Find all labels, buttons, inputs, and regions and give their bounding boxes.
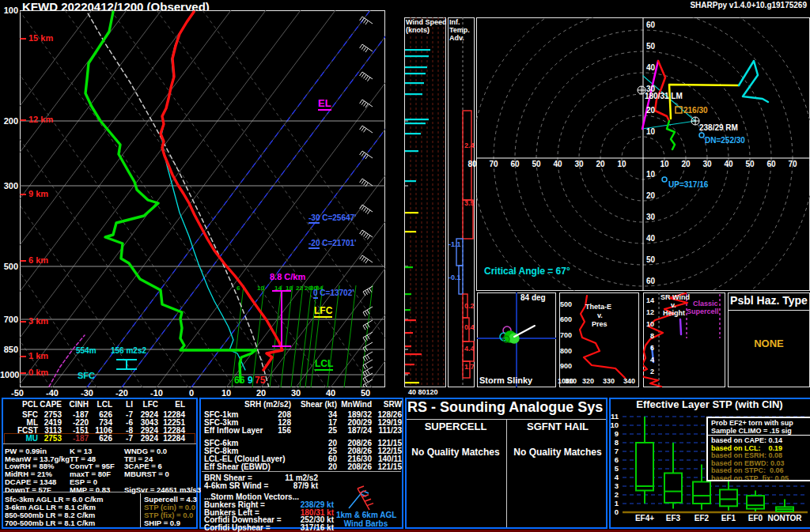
temp-axis-label: -40 [40,389,64,398]
sharppy-window: { "header": { "title_left": "KFWD 202204… [0,0,810,532]
inflow-depth-label: 554m [76,347,97,356]
hodo-tick: 30 [571,160,587,169]
hodo-tick: 20 [646,192,655,201]
hodo-tick: 60 [763,160,779,169]
hodo-tick: 60 [646,277,655,286]
thetae-ytick: 700 [560,332,572,339]
hodo-marker-label: 216/30 [683,107,708,115]
temp-adv-value: 0.4 [464,324,475,331]
hodo-tick: 30 [699,160,715,169]
kinem-extra-value: 87/9 kt [269,482,318,491]
hodo-tick: 70 [785,160,801,169]
thermo-header: PCL [11,401,38,409]
srwind-title3: Height [663,310,685,317]
temp-axis-label: -30 [75,389,99,398]
stp-legend-row: Prob EF2+ torn with sup [711,419,793,427]
surface-value: 75 [255,375,265,386]
temp-axis-label: -10 [145,389,168,398]
kinem-header: SRH (m2/s2) [242,401,291,409]
kinem-extra-label: 4-6km SR Wind = [204,482,268,491]
wind-barbs-icon [336,478,384,514]
stp-ytick: 1 [606,500,619,507]
stp-ytick: 2 [606,491,619,499]
stp-ytick: 0 [606,508,619,516]
mixing-ratio-label: 22 [296,285,303,292]
sars-col-supercell: SUPERCELL [408,421,503,432]
height-label: 1 km [28,352,48,361]
hazard-title: Psbl Haz. Type [729,295,808,307]
temp-adv-value: 2.4 [464,142,475,149]
storm-vector-value: 317/16 kt [285,524,334,532]
temp-axis-label: 20 [249,389,273,398]
stp-ytick: 7 [606,447,619,455]
app-version: SHARPpy v1.4.0+10.g19175269 [652,2,807,10]
hodo-tick: 80 [464,160,480,169]
mu-row-highlight [4,433,195,444]
thetae-title1: Theta-E [585,304,611,311]
lapse-rate-row: 700-500mb LR = 8.1 C/km [5,519,95,527]
inflow-srh-label: 156 m2s2 [111,347,146,356]
hodo-marker-label: 238/29 RM [699,124,738,133]
temp-axis-label: 10 [214,389,238,398]
hazard-value: NONE [729,338,808,349]
thetae-title2: v. [597,312,603,319]
el-label: EL [318,98,331,109]
srwind-ytick: 10 [645,321,654,328]
thermo-header: CINH [62,401,89,409]
srwind-ytick: 2 [645,368,654,375]
isotherm-height-label: -20 C=21701' [308,240,356,248]
thermo-header: LI [106,401,133,409]
temp-adv-value: 0.2 [464,303,475,310]
hodo-marker-label: 180/31 LM [645,92,683,101]
pressure-label: 500 [0,262,18,272]
srwind-ytick: 6 [645,345,654,352]
sars-title: RS - Sounding Analogue Sys [407,400,603,415]
stp-legend-row: Sample CLIMO = .15 sig [711,427,792,435]
thermo-param: SigSvr = 24651 m3/s3 [124,486,201,494]
thetae-xtick: 320 [582,378,594,385]
stp-ytick: 5 [606,465,619,473]
stp-ytick: 8 [606,439,619,447]
temp-adv-value: 3.5 [464,200,475,207]
wind-speed-units: (knots) [406,27,430,34]
temp-adv-value: 4.4 [464,345,475,353]
hodo-tick: 70 [486,160,502,169]
hodograph-plot [476,17,810,291]
pressure-label: 700 [0,315,18,325]
pressure-label: 1000 [0,371,18,380]
critical-angle-label: Critical Angle = 67° [484,266,570,277]
height-label: 15 km [28,34,53,43]
stp-ytick: 11 [606,413,619,421]
lapse-rate-label: 8.8 C/km [270,273,305,282]
slinky-angle: 84 deg [520,294,546,303]
composite-index: SHIP = 0.9 [144,519,180,527]
stp-legend-row: based on CAPE: 0.14 [711,436,782,444]
sars-col-hail: SGFNT HAIL [511,421,604,432]
height-label: 9 km [28,190,48,199]
srwind-ytick: 12 [645,309,654,316]
mixing-ratio-label: 10 [257,285,264,292]
kinem-layer: Eff Shear (EBWD) [204,463,271,472]
slinky-title: Storm Slinky [479,376,532,386]
sars-match-hail: No Quality Matches [511,447,604,458]
thetae-xtick: 340 [623,378,635,385]
stp-legend-row: based on EBWD: 0.03 [711,459,785,467]
hodo-marker-label: DN=252/30 [705,137,745,145]
temp-axis-label: -20 [110,389,134,398]
storm-slinky-plot [477,292,556,387]
temp-axis-label: -50 [6,389,29,398]
wind-speed-plot [404,17,446,387]
surface-value: 66 [234,375,244,386]
pressure-label: 300 [0,182,18,191]
storm-vector-label: Corfidi Upshear = [204,524,271,532]
mixing-ratio-label: 14 [274,285,282,292]
stp-legend: Prob EF2+ torn with supSample CLIMO = .1… [706,417,810,481]
lcl-label: LCL [315,359,333,369]
srwind-ytick: 14 [645,297,654,304]
thetae-ytick: 900 [560,363,572,370]
hodo-tick: 20 [592,160,608,169]
surface-value: 9 [248,375,253,386]
kinem-value: 111/23 [353,427,402,436]
temp-axis-label: 50 [354,389,377,398]
sars-match-supercell: No Quality Matches [408,447,503,458]
